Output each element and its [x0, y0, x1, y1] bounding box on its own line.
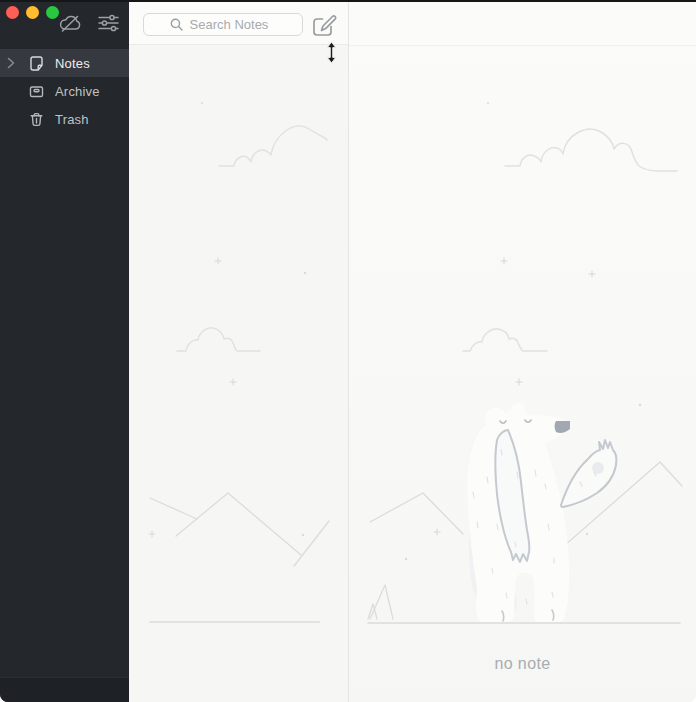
sidebar-item-archive[interactable]: Archive: [0, 77, 129, 105]
pane-divider[interactable]: [348, 2, 349, 702]
empty-note-illustration: [349, 2, 696, 702]
empty-list-illustration: [129, 2, 348, 702]
close-button[interactable]: [6, 6, 19, 19]
sidebar-item-label: Archive: [55, 84, 100, 99]
new-note-button[interactable]: [309, 11, 339, 39]
chevron-right-icon[interactable]: [7, 57, 15, 69]
sliders-icon: [97, 13, 120, 33]
cloud-offline-icon: [58, 13, 83, 34]
sidebar-item-notes[interactable]: Notes: [0, 49, 129, 77]
sidebar-footer: [0, 677, 129, 702]
traffic-lights: [6, 6, 59, 19]
note-editor-pane: no note: [349, 2, 696, 702]
minimize-button[interactable]: [26, 6, 39, 19]
search-box: [143, 13, 303, 36]
sidebar: Notes Archive: [0, 0, 129, 702]
note-icon: [28, 55, 45, 72]
sidebar-item-label: Notes: [55, 56, 90, 71]
note-list-pane: [129, 2, 348, 702]
list-toolbar: [129, 2, 348, 45]
sidebar-item-trash[interactable]: Trash: [0, 105, 129, 133]
sidebar-options-button[interactable]: [95, 12, 121, 34]
bear-notes-window: Notes Archive: [0, 0, 696, 702]
window-top-edge: [0, 0, 696, 2]
sync-off-button[interactable]: [57, 12, 83, 34]
sidebar-nav: Notes Archive: [0, 49, 129, 133]
vertical-resize-cursor: [325, 42, 338, 63]
trash-icon: [28, 111, 45, 128]
sidebar-item-label: Trash: [55, 112, 89, 127]
empty-state-text: no note: [349, 655, 696, 673]
search-input[interactable]: [143, 13, 303, 36]
compose-icon: [310, 12, 338, 39]
polar-bear: [468, 403, 617, 622]
archive-icon: [28, 83, 45, 100]
